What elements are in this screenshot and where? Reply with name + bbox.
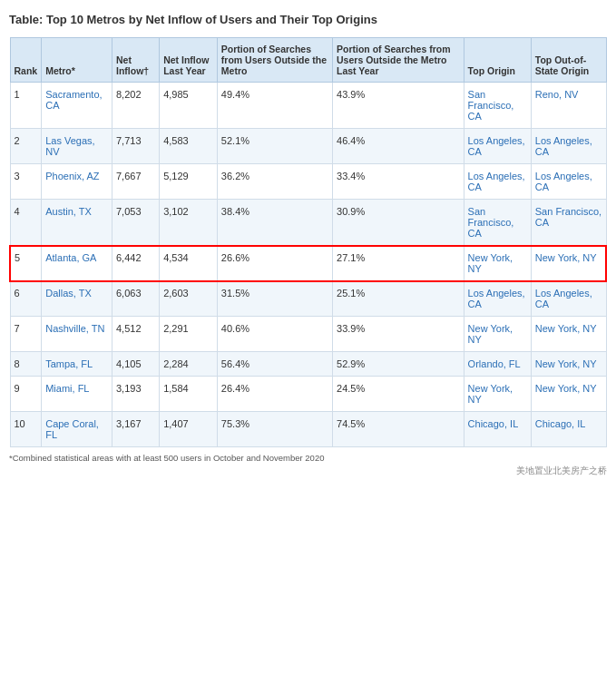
table-cell: New York, NY [531,352,606,377]
table-cell: 36.2% [217,164,332,200]
table-cell: 26.6% [217,246,332,281]
table-cell: New York, NY [464,246,531,281]
table-cell: 56.4% [217,352,332,377]
table-cell: 3,102 [160,200,218,246]
table-cell: 2,291 [160,317,218,352]
col-top-origin: Top Origin [464,38,531,83]
table-cell: 9 [10,377,42,412]
table-cell: 6 [10,281,42,317]
table-row: 7Nashville, TN4,5122,29140.6%33.9%New Yo… [10,317,606,352]
table-cell: 4,985 [160,83,218,129]
table-cell: Miami, FL [42,377,112,412]
table-cell: 3,193 [112,377,160,412]
table-cell: 33.4% [333,164,464,200]
table-cell: 1,407 [160,412,218,447]
table-cell: Sacramento, CA [42,83,112,129]
table-cell: 31.5% [217,281,332,317]
table-cell: Cape Coral, FL [42,412,112,447]
table-cell: 4 [10,200,42,246]
table-cell: 1,584 [160,377,218,412]
table-cell: Reno, NV [531,83,606,129]
table-cell: San Francisco, CA [464,200,531,246]
table-cell: 38.4% [217,200,332,246]
table-cell: Dallas, TX [42,281,112,317]
table-cell: 33.9% [333,317,464,352]
table-cell: 2,284 [160,352,218,377]
table-cell: 5 [10,246,42,281]
table-row: 8Tampa, FL4,1052,28456.4%52.9%Orlando, F… [10,352,606,377]
table-cell: 4,105 [112,352,160,377]
table-cell: 1 [10,83,42,129]
table-cell: 7 [10,317,42,352]
table-cell: 6,442 [112,246,160,281]
table-cell: New York, NY [531,246,606,281]
col-metro: Metro* [42,38,112,83]
table-cell: 30.9% [333,200,464,246]
table-cell: 7,667 [112,164,160,200]
col-top-out-state: Top Out-of-State Origin [531,38,606,83]
table-row: 2Las Vegas, NV7,7134,58352.1%46.4%Los An… [10,129,606,164]
table-cell: 24.5% [333,377,464,412]
table-cell: San Francisco, CA [464,83,531,129]
table-cell: 8,202 [112,83,160,129]
col-rank: Rank [10,38,42,83]
table-cell: Los Angeles, CA [464,281,531,317]
table-cell: Las Vegas, NV [42,129,112,164]
table-cell: 7,713 [112,129,160,164]
table-cell: 75.3% [217,412,332,447]
table-row: 6Dallas, TX6,0632,60331.5%25.1%Los Angel… [10,281,606,317]
col-net-inflow-last: Net Inflow Last Year [160,38,218,83]
col-net-inflow: Net Inflow† [112,38,160,83]
table-cell: 10 [10,412,42,447]
table-cell: 27.1% [333,246,464,281]
table-row: 4Austin, TX7,0533,10238.4%30.9%San Franc… [10,200,606,246]
col-portion: Portion of Searches from Users Outside t… [217,38,332,83]
table-cell: 46.4% [333,129,464,164]
table-cell: 8 [10,352,42,377]
col-portion-last: Portion of Searches from Users Outside t… [333,38,464,83]
table-title: Table: Top 10 Metros by Net Inflow of Us… [9,9,607,30]
table-cell: Austin, TX [42,200,112,246]
table-cell: New York, NY [464,377,531,412]
table-cell: New York, NY [531,377,606,412]
table-cell: Los Angeles, CA [464,129,531,164]
table-cell: 4,534 [160,246,218,281]
table-cell: Atlanta, GA [42,246,112,281]
table-cell: 26.4% [217,377,332,412]
table-cell: Chicago, IL [531,412,606,447]
table-cell: 40.6% [217,317,332,352]
table-cell: Phoenix, AZ [42,164,112,200]
table-row: 3Phoenix, AZ7,6675,12936.2%33.4%Los Ange… [10,164,606,200]
table-cell: 4,512 [112,317,160,352]
table-cell: Los Angeles, CA [531,281,606,317]
footnote: *Combined statistical areas with at leas… [9,453,607,463]
table-cell: 52.1% [217,129,332,164]
table-cell: 2,603 [160,281,218,317]
watermark: 美地置业北美房产之桥 [9,465,607,477]
table-header-row: Rank Metro* Net Inflow† Net Inflow Last … [10,38,606,83]
table-cell: 2 [10,129,42,164]
table-cell: 6,063 [112,281,160,317]
table-cell: 25.1% [333,281,464,317]
table-cell: 3,167 [112,412,160,447]
table-row: 5Atlanta, GA6,4424,53426.6%27.1%New York… [10,246,606,281]
table-cell: Nashville, TN [42,317,112,352]
table-cell: 3 [10,164,42,200]
table-cell: New York, NY [464,317,531,352]
table-cell: Chicago, IL [464,412,531,447]
table-cell: Los Angeles, CA [531,164,606,200]
table-cell: 74.5% [333,412,464,447]
table-cell: Los Angeles, CA [531,129,606,164]
table-cell: 52.9% [333,352,464,377]
table-cell: 4,583 [160,129,218,164]
table-cell: New York, NY [531,317,606,352]
table-cell: Orlando, FL [464,352,531,377]
data-table: Rank Metro* Net Inflow† Net Inflow Last … [9,37,607,447]
table-row: 10Cape Coral, FL3,1671,40775.3%74.5%Chic… [10,412,606,447]
table-cell: 5,129 [160,164,218,200]
table-row: 1Sacramento, CA8,2024,98549.4%43.9%San F… [10,83,606,129]
table-cell: Los Angeles, CA [464,164,531,200]
table-cell: Tampa, FL [42,352,112,377]
table-cell: 49.4% [217,83,332,129]
table-cell: 7,053 [112,200,160,246]
